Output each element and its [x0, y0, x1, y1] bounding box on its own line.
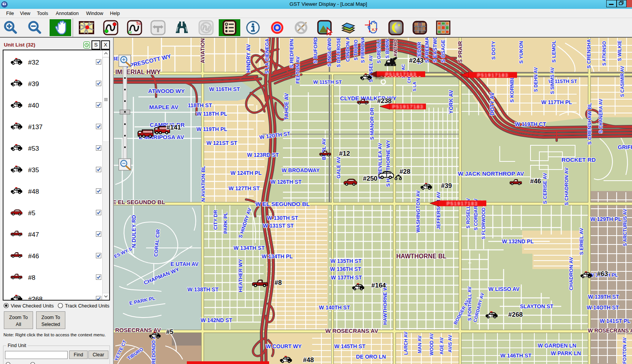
- svg-text:S CASIMIR AV: S CASIMIR AV: [620, 66, 625, 97]
- svg-text:LARCH AV: LARCH AV: [403, 332, 409, 355]
- svg-text:#35: #35: [28, 166, 39, 174]
- svg-text:S LEMOL: S LEMOL: [551, 40, 557, 63]
- svg-text:S TRURO: S TRURO: [353, 40, 359, 60]
- svg-text:BE: BE: [114, 56, 119, 61]
- svg-text:GALE AV: GALE AV: [336, 157, 341, 179]
- svg-text:To: To: [136, 21, 141, 26]
- svg-text:W 137TH ST: W 137TH ST: [331, 274, 362, 281]
- svg-text:AVIS AV: AVIS AV: [447, 335, 453, 352]
- svg-text:MAN AV: MAN AV: [417, 336, 422, 353]
- svg-text:CHADRON AV: CHADRON AV: [568, 257, 574, 290]
- svg-text:W 140TH ST: W 140TH ST: [319, 304, 350, 311]
- svg-text:#48: #48: [303, 356, 314, 364]
- svg-text:W 134TH PL: W 134TH PL: [262, 253, 293, 259]
- svg-text:S DOTY: S DOTY: [491, 41, 496, 60]
- svg-text:YORK AV: YORK AV: [448, 90, 454, 114]
- svg-text:#47: #47: [28, 231, 39, 238]
- svg-text:S WILKIE: S WILKIE: [617, 40, 622, 61]
- svg-text:S ATKINSO: S ATKINSO: [602, 41, 607, 66]
- svg-text:GRIFF: GRIFF: [618, 144, 632, 150]
- svg-text:#63: #63: [597, 270, 608, 278]
- svg-text:#46: #46: [28, 253, 39, 260]
- svg-text:S DALEROSE: S DALEROSE: [336, 38, 341, 67]
- svg-text:#5: #5: [28, 209, 35, 217]
- svg-text:MAPLE AV: MAPLE AV: [149, 104, 178, 110]
- svg-text:W 129TH PL: W 129TH PL: [590, 216, 622, 222]
- svg-text:S CRENSHAW BL: S CRENSHAW BL: [587, 103, 592, 145]
- svg-text:#39: #39: [28, 80, 39, 88]
- svg-text:W GARDEN LN: W GARDEN LN: [538, 342, 576, 349]
- svg-text:FOXTON AV: FOXTON AV: [622, 337, 627, 364]
- svg-text:SLAYTON ST: SLAYTON ST: [520, 303, 554, 309]
- svg-text:W 139TH ST: W 139TH ST: [588, 294, 619, 300]
- svg-text:Fr: Fr: [128, 30, 132, 35]
- svg-text:#141: #141: [166, 124, 181, 131]
- svg-text:JEFFERSON AV: JEFFERSON AV: [436, 192, 441, 230]
- svg-text:#268: #268: [28, 296, 43, 300]
- svg-text:P51917183: P51917183: [447, 201, 478, 206]
- svg-text:118TH ST: 118TH ST: [188, 102, 212, 108]
- svg-text:S REDFERN A: S REDFERN A: [289, 38, 294, 68]
- svg-text:W 124TH PL: W 124TH PL: [231, 170, 262, 176]
- svg-text:W 116TH ST: W 116TH ST: [209, 86, 240, 92]
- svg-text:S YUKON: S YUKON: [518, 41, 524, 64]
- svg-text:S PRAIR: S PRAIR: [457, 41, 463, 63]
- svg-text:S OSAGE: S OSAGE: [440, 40, 446, 63]
- svg-text:AVIATION: AVIATION: [200, 38, 206, 63]
- svg-text:#40: #40: [28, 102, 39, 109]
- svg-text:S FIRMONA: S FIRMONA: [360, 38, 366, 63]
- svg-text:S FREEMA: S FREEMA: [424, 38, 430, 63]
- svg-text:W 14OTH ST: W 14OTH ST: [587, 304, 619, 311]
- svg-text:#32: #32: [28, 59, 39, 66]
- svg-text:IMPERIAL HWY: IMPERIAL HWY: [115, 69, 161, 75]
- svg-text:E EL SEGUNDO BL: E EL SEGUNDO BL: [114, 199, 165, 205]
- svg-text:N DULEY RD: N DULEY RD: [131, 215, 137, 248]
- svg-text:HAWTHORNE BL: HAWTHORNE BL: [396, 253, 447, 259]
- svg-text:S CHANERA AV: S CHANERA AV: [598, 99, 604, 133]
- svg-text:S MANOR DR: S MANOR DR: [369, 108, 375, 140]
- svg-text:W 136TH ST: W 136TH ST: [330, 266, 361, 272]
- svg-text:P51917183: P51917183: [477, 73, 509, 78]
- svg-text:W PARK LN: W PARK LN: [551, 350, 581, 356]
- svg-text:HEATHER WY: HEATHER WY: [238, 259, 243, 292]
- svg-text:W 141ST PL: W 141ST PL: [600, 318, 631, 324]
- svg-text:#250: #250: [363, 175, 378, 182]
- svg-text:W 145TH ST: W 145TH ST: [334, 343, 366, 349]
- svg-text:W COURT WY: W COURT WY: [266, 343, 302, 349]
- svg-text:S CHADRON AV: S CHADRON AV: [564, 167, 569, 205]
- svg-text:W 142ND ST: W 142ND ST: [201, 317, 233, 323]
- svg-text:#8: #8: [28, 274, 35, 281]
- svg-text:E UTAH AV: E UTAH AV: [171, 261, 199, 267]
- svg-text:CONDON A: CONDON A: [345, 38, 351, 61]
- svg-text:#12: #12: [339, 150, 350, 157]
- svg-text:DE ORO LN: DE ORO LN: [356, 354, 386, 360]
- svg-text:W EL SEGUNDO BL: W EL SEGUNDO BL: [255, 201, 309, 207]
- svg-text:S EASTWO: S EASTWO: [432, 38, 438, 63]
- svg-text:#48: #48: [28, 188, 39, 195]
- svg-text:S ERIEL AV: S ERIEL AV: [579, 228, 584, 255]
- svg-text:S CRENSHA: S CRENSHA: [586, 39, 592, 68]
- svg-text:HINDRY AV: HINDRY AV: [245, 44, 251, 73]
- svg-text:X,Y: X,Y: [372, 27, 378, 32]
- svg-text:W 130TH ST: W 130TH ST: [267, 215, 298, 221]
- svg-text:W 135TH ST: W 135TH ST: [331, 258, 362, 264]
- svg-text:S ARCTURUS AV: S ARCTURUS AV: [622, 209, 628, 246]
- svg-text:W LISSO AV: W LISSO AV: [489, 286, 520, 292]
- svg-text:P51917183: P51917183: [392, 104, 424, 110]
- svg-text:S FLORWOOD AV: S FLORWOOD AV: [481, 200, 486, 239]
- svg-text:N AVIATION BL: N AVIATION BL: [200, 166, 206, 202]
- svg-text:#00: #00: [375, 74, 384, 80]
- svg-text:W 146TH ST: W 146TH ST: [501, 352, 532, 359]
- svg-text:#268: #268: [508, 311, 523, 318]
- svg-text:WASHINGTON AV: WASHINGTON AV: [415, 190, 421, 233]
- svg-text:#8: #8: [274, 279, 282, 286]
- svg-text:DOTY AV: DOTY AV: [489, 92, 495, 115]
- svg-text:#28: #28: [399, 168, 410, 175]
- svg-text:S BUFORD: S BUFORD: [313, 38, 318, 63]
- svg-text:S INGLEWO: S INGLEWO: [326, 38, 332, 66]
- svg-text:S GREVILL: S GREVILL: [376, 39, 382, 63]
- svg-text:W ROSECRANS AV: W ROSECRANS AV: [325, 327, 378, 334]
- svg-text:W JACK NORTHROP AV: W JACK NORTHROP AV: [458, 170, 524, 177]
- svg-text:AGE AV: AGE AV: [439, 337, 444, 355]
- svg-text:CITY DR: CITY DR: [213, 210, 218, 230]
